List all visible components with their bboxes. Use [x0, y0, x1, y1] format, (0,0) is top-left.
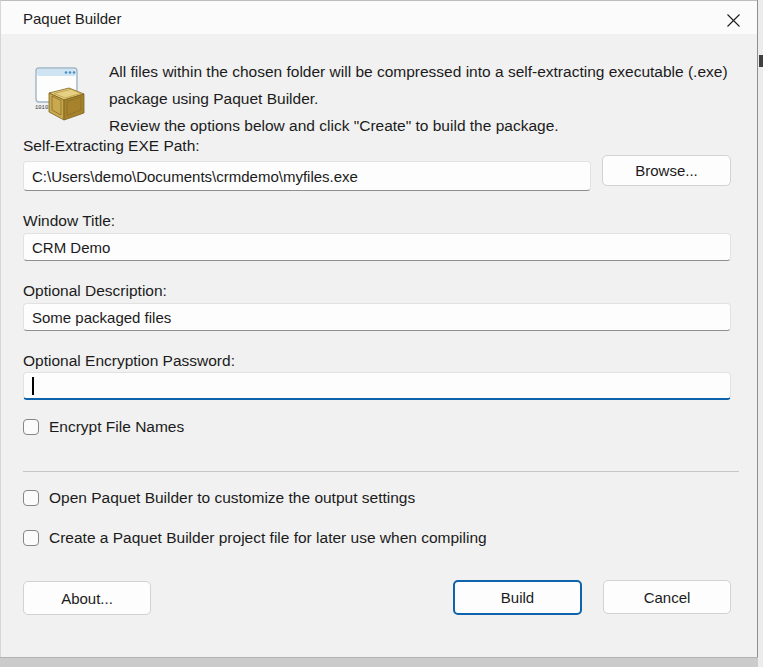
description-label: Optional Description: [23, 282, 167, 300]
package-builder-icon: 10101 [29, 63, 89, 123]
open-builder-label: Open Paquet Builder to customize the out… [49, 489, 415, 507]
create-project-label: Create a Paquet Builder project file for… [49, 529, 487, 547]
exe-path-input[interactable] [23, 161, 591, 191]
build-button-label: Build [501, 589, 534, 606]
build-button[interactable]: Build [453, 580, 582, 615]
password-input[interactable] [23, 372, 731, 400]
intro-line-3: Review the options below and click "Crea… [109, 112, 739, 139]
window-edge-bottom [0, 657, 758, 667]
intro-line-2: package using Paquet Builder. [109, 85, 739, 112]
encrypt-file-names-checkbox[interactable] [23, 419, 39, 435]
intro-line-1: All files within the chosen folder will … [109, 58, 739, 85]
close-button[interactable] [721, 9, 745, 31]
cancel-button-label: Cancel [644, 589, 691, 606]
encrypt-file-names-checkbox-row[interactable]: Encrypt File Names [23, 418, 184, 436]
browse-button[interactable]: Browse... [602, 155, 731, 186]
title-bar: Paquet Builder [1, 1, 758, 34]
password-label: Optional Encryption Password: [23, 352, 235, 370]
close-icon [726, 13, 741, 28]
window-edge-right [757, 0, 763, 667]
window-title-label: Window Title: [23, 212, 115, 230]
window-edge-artifact [759, 55, 763, 67]
encrypt-file-names-label: Encrypt File Names [49, 418, 184, 436]
intro-text: All files within the chosen folder will … [109, 58, 739, 139]
window-title: Paquet Builder [23, 10, 121, 27]
section-divider [23, 471, 739, 472]
browse-button-label: Browse... [635, 162, 698, 179]
open-builder-checkbox[interactable] [23, 490, 39, 506]
description-input[interactable] [23, 303, 731, 331]
create-project-checkbox-row[interactable]: Create a Paquet Builder project file for… [23, 529, 487, 547]
window-title-input[interactable] [23, 233, 731, 261]
text-caret [32, 377, 34, 395]
create-project-checkbox[interactable] [23, 530, 39, 546]
cancel-button[interactable]: Cancel [603, 580, 731, 614]
paquet-builder-dialog: Paquet Builder 10101 All files within t [0, 0, 758, 658]
about-button[interactable]: About... [23, 581, 151, 615]
exe-path-label: Self-Extracting EXE Path: [23, 137, 200, 155]
about-button-label: About... [61, 590, 113, 607]
open-builder-checkbox-row[interactable]: Open Paquet Builder to customize the out… [23, 489, 415, 507]
